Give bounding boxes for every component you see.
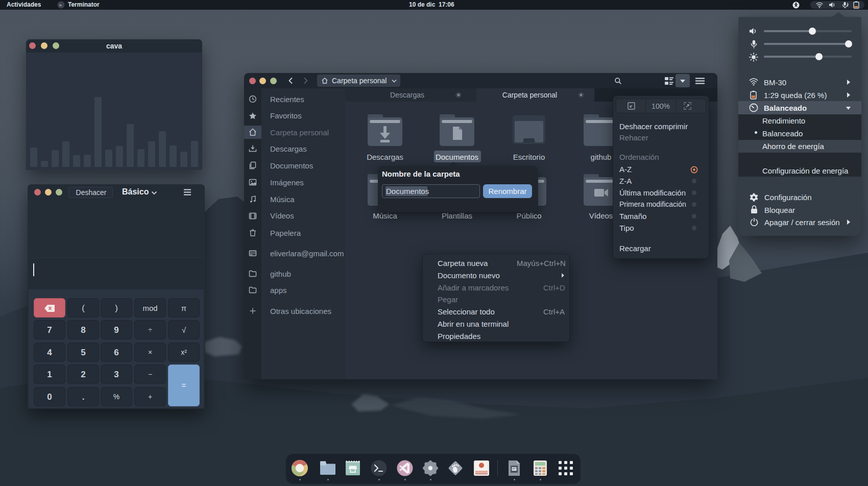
svg-text:>: > [59, 3, 62, 8]
